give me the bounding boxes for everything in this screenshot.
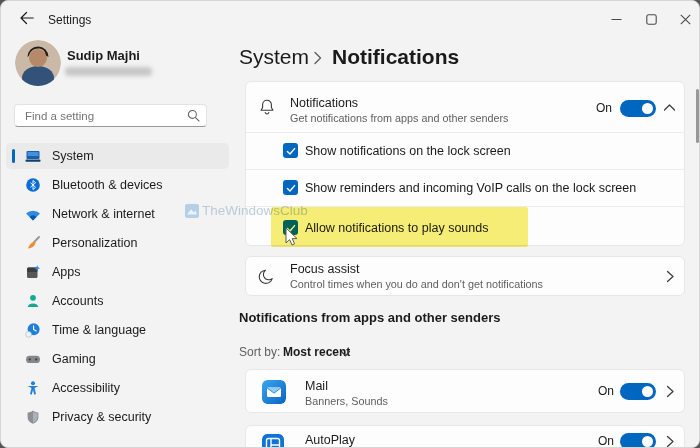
separator [246,169,684,170]
autoplay-icon [262,434,284,448]
sidebar-item-label: System [52,143,94,169]
search-input[interactable] [14,104,207,127]
user-name: Sudip Majhi [67,48,140,63]
search-icon [187,109,200,122]
sidebar-item-label: Accessibility [52,375,120,401]
check-icon [285,182,297,194]
bell-icon [258,98,276,117]
settings-window: Settings Sudip Majhi [0,0,700,448]
personalization-icon [25,235,41,251]
sidebar-item-label: Time & language [52,317,146,343]
sidebar-item-accounts[interactable]: Accounts [6,288,229,314]
chevron-up-icon[interactable] [663,103,676,112]
page-title: Notifications [332,45,459,69]
minimize-icon [611,14,622,25]
mail-toggle[interactable] [620,383,656,400]
sidebar-item-label: Accounts [52,288,103,314]
notifications-toggle-label: On [596,101,612,115]
gaming-icon [25,351,41,367]
separator [246,206,684,207]
sidebar-item-bluetooth[interactable]: Bluetooth & devices [6,172,229,198]
sidebar-item-label: Bluetooth & devices [52,172,163,198]
sidebar-item-apps[interactable]: Apps [6,259,229,285]
bluetooth-icon [25,177,41,193]
checkbox-label[interactable]: Show notifications on the lock screen [305,144,511,158]
system-icon [25,148,41,164]
chevron-right-icon [666,270,675,283]
toggle-knob [642,386,653,397]
sidebar-item-network[interactable]: Network & internet [6,201,229,227]
breadcrumb-chevron-icon [312,51,323,65]
checkbox-play-sounds[interactable] [283,220,298,235]
network-icon [25,206,41,222]
checkbox-label[interactable]: Allow notifications to play sounds [305,221,488,235]
breadcrumb-system[interactable]: System [239,45,309,69]
chevron-right-icon [666,385,675,398]
sidebar-item-privacy[interactable]: Privacy & security [6,404,229,430]
notifications-subtitle: Get notifications from apps and other se… [290,112,508,124]
privacy-icon [25,409,41,425]
apps-icon [25,264,41,280]
app-toggle-label: On [598,434,614,448]
accessibility-icon [25,380,41,396]
window-title: Settings [48,13,91,27]
sidebar-item-gaming[interactable]: Gaming [6,346,229,372]
autoplay-notification-row[interactable]: AutoPlay Banners, Sounds On [245,425,685,448]
sidebar-item-personalization[interactable]: Personalization [6,230,229,256]
chevron-right-icon [666,435,675,448]
time-language-icon [25,322,41,338]
focus-assist-title: Focus assist [290,262,359,276]
minimize-button[interactable] [603,9,629,29]
sidebar-item-accessibility[interactable]: Accessibility [6,375,229,401]
mail-notification-row[interactable]: Mail Banners, Sounds On [245,369,685,413]
check-icon [285,222,297,234]
sidebar-item-label: Personalization [52,230,137,256]
avatar [15,40,61,86]
maximize-button[interactable] [638,9,664,29]
chevron-down-icon[interactable] [340,350,351,358]
mail-icon [262,380,286,404]
sidebar-item-label: Network & internet [52,201,155,227]
close-icon [680,14,691,25]
sidebar-item-label: Gaming [52,346,96,372]
selected-indicator [12,149,15,163]
moon-icon [258,268,275,286]
app-name: AutoPlay [305,433,355,447]
sort-by-label: Sort by: [239,345,280,359]
app-toggle-label: On [598,384,614,398]
notifications-card: Notifications Get notifications from app… [245,81,685,246]
back-button[interactable] [19,10,39,28]
toggle-knob [642,103,653,114]
checkbox-reminders-voip[interactable] [283,180,298,195]
scrollbar-thumb[interactable] [696,89,699,143]
autoplay-toggle[interactable] [620,433,656,448]
notifications-toggle[interactable] [620,100,656,117]
app-name: Mail [305,379,328,393]
focus-assist-subtitle: Control times when you do and don't get … [290,278,543,290]
toggle-knob [642,436,653,447]
app-subtitle: Banners, Sounds [305,395,388,407]
sidebar-item-label: Apps [52,259,81,285]
focus-assist-card[interactable]: Focus assist Control times when you do a… [245,256,685,296]
apps-section-header: Notifications from apps and other sender… [239,310,501,325]
sidebar-item-label: Privacy & security [52,404,151,430]
back-arrow-icon [19,10,35,26]
accounts-icon [25,293,41,309]
sidebar-item-time-language[interactable]: Time & language [6,317,229,343]
checkbox-lock-screen-notifications[interactable] [283,143,298,158]
user-email-redacted [65,67,152,76]
notifications-title: Notifications [290,96,358,110]
checkbox-label[interactable]: Show reminders and incoming VoIP calls o… [305,181,636,195]
check-icon [285,145,297,157]
sidebar-item-system[interactable]: System [6,143,229,169]
separator [246,132,684,133]
close-button[interactable] [672,9,698,29]
maximize-icon [646,14,657,25]
